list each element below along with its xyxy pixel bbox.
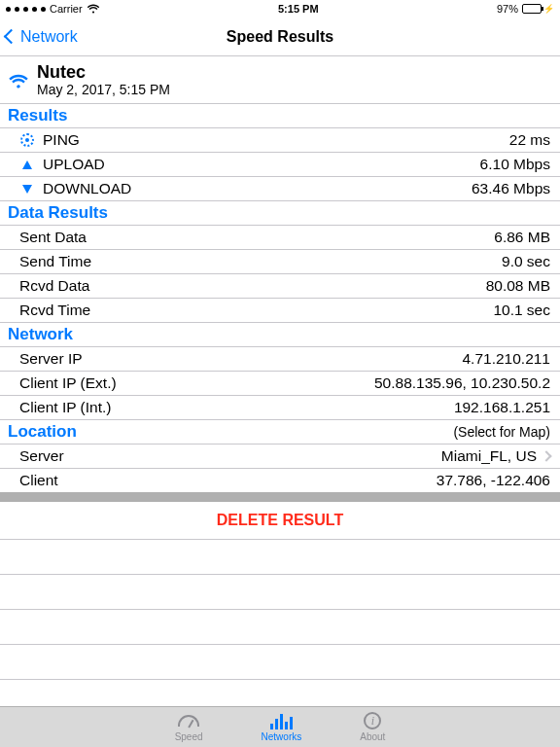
wifi-status-icon (87, 4, 100, 14)
empty-row (0, 610, 560, 645)
bars-icon (270, 712, 293, 729)
nav-bar: Network Speed Results (0, 18, 560, 56)
row-download: DOWNLOAD 63.46 Mbps (0, 177, 560, 201)
chevron-left-icon (4, 29, 19, 45)
chevron-right-icon (541, 450, 551, 461)
row-server-ip: Server IP4.71.210.211 (0, 347, 560, 372)
delete-result-button[interactable]: DELETE RESULT (0, 502, 560, 540)
result-header: Nutec May 2, 2017, 5:15 PM (0, 56, 560, 104)
upload-value: 6.10 Mbps (480, 156, 550, 173)
row-ping: PING 22 ms (0, 128, 560, 153)
charging-icon: ⚡ (543, 4, 554, 14)
row-client-ip-ext: Client IP (Ext.)50.88.135.96, 10.230.50.… (0, 372, 560, 396)
empty-row (0, 645, 560, 680)
tab-speed[interactable]: Speed (175, 710, 203, 747)
row-location-server[interactable]: Server Miami_FL, US (0, 445, 560, 469)
tab-networks[interactable]: Networks (262, 710, 302, 747)
carrier-label: Carrier (50, 3, 83, 15)
row-rcvd-data: Rcvd Data80.08 MB (0, 274, 560, 299)
separator-band (0, 492, 560, 502)
info-icon: i (364, 712, 381, 729)
row-client-ip-int: Client IP (Int.)192.168.1.251 (0, 396, 560, 420)
content-scroll[interactable]: Nutec May 2, 2017, 5:15 PM Results PING … (0, 56, 560, 706)
back-label: Network (20, 28, 78, 46)
row-sent-data: Sent Data6.86 MB (0, 226, 560, 250)
battery-icon (522, 4, 542, 14)
upload-icon (22, 160, 32, 169)
section-location: Location (Select for Map) (0, 420, 560, 445)
download-value: 63.46 Mbps (472, 180, 550, 197)
ping-value: 22 ms (509, 131, 550, 149)
row-send-time: Send Time9.0 sec (0, 250, 560, 274)
section-results: Results (0, 104, 560, 128)
section-network: Network (0, 323, 560, 347)
tab-bar: Speed Networks i About (0, 706, 560, 747)
gauge-icon (178, 715, 199, 727)
download-icon (22, 185, 32, 194)
ping-icon (20, 133, 34, 147)
status-time: 5:15 PM (100, 3, 497, 15)
tab-about[interactable]: i About (360, 710, 385, 747)
battery-pct: 97% (497, 3, 518, 15)
back-button[interactable]: Network (0, 28, 78, 46)
row-upload: UPLOAD 6.10 Mbps (0, 153, 560, 177)
row-location-client[interactable]: Client 37.786, -122.406 (0, 469, 560, 493)
empty-row (0, 575, 560, 610)
wifi-icon (8, 73, 29, 89)
section-data-results: Data Results (0, 201, 560, 226)
status-bar: Carrier 5:15 PM 97% ⚡ (0, 0, 560, 18)
page-title: Speed Results (0, 28, 560, 46)
network-name: Nutec (37, 62, 170, 82)
row-rcvd-time: Rcvd Time10.1 sec (0, 299, 560, 323)
empty-row (0, 540, 560, 575)
result-timestamp: May 2, 2017, 5:15 PM (37, 82, 170, 97)
location-hint: (Select for Map) (453, 424, 550, 440)
